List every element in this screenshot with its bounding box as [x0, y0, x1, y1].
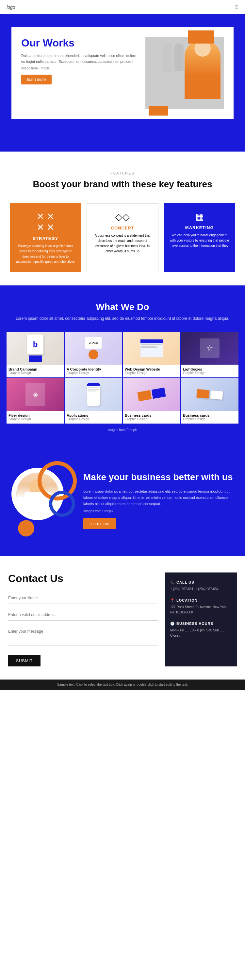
portfolio-credit: images from Freepik [6, 428, 239, 432]
call-us-label: 📞 CALL US [170, 580, 232, 585]
contact-title: Contact Us [8, 573, 158, 585]
better-title: Make your business better with us [83, 471, 237, 483]
portfolio-item-1[interactable]: b Brand Campaign Graphic Design [6, 332, 64, 377]
feature-card-concept: ◇◇ CONCEPT A business concept is a state… [87, 203, 159, 272]
better-image-credit: Images from Freepik [83, 509, 237, 513]
portfolio-name-2: A Corporate Identity [66, 367, 120, 371]
submit-button[interactable]: SUBMIT [8, 655, 41, 667]
strategy-icon: ✕ ✕✕ ✕ [15, 211, 76, 233]
portfolio-item-7[interactable]: Business cards Graphic Design [123, 378, 180, 423]
hero-image [145, 37, 224, 109]
marketing-icon: ▦ [169, 211, 230, 222]
better-description: Lorem ipsum dolor sit amet, consectetur … [83, 488, 237, 507]
hero-section: Our Works Duis aute irure dolor in repre… [0, 14, 245, 151]
clock-icon: 🕐 [170, 622, 176, 625]
orange-accent-top [188, 30, 214, 43]
what-we-do-title: What We Do [6, 302, 239, 312]
portfolio-thumb-2: BRAND [65, 332, 122, 364]
menu-icon[interactable]: ≡ [234, 3, 239, 11]
portfolio-item-8[interactable]: Business cards Graphic Design [181, 378, 239, 423]
message-input[interactable] [8, 626, 158, 646]
better-learn-more-button[interactable]: learn more [83, 518, 116, 529]
portfolio-name-6: Applications [66, 414, 120, 417]
portfolio-item-6[interactable]: Applications Graphic Design [65, 378, 122, 423]
hero-title: Our Works [21, 37, 139, 49]
concept-title: CONCEPT [92, 226, 153, 231]
portfolio-thumb-5: ◈ [6, 378, 64, 411]
features-cards: ✕ ✕✕ ✕ STRATEGY Strategic planning is an… [10, 203, 235, 272]
portfolio-cat-1: Graphic Design [8, 371, 62, 375]
footer-text: Sample text. Click to select the text bo… [57, 683, 188, 686]
portfolio-thumb-1: b [6, 332, 64, 364]
features-title: Boost your brand with these key features [10, 178, 235, 190]
location-label: 📍 LOCATION [170, 598, 232, 603]
concept-desc: A business concept is a statement that d… [92, 233, 153, 254]
hours-value: Mon – Fri …. 10 – 8 pm, Sat, Sun ….. Clo… [170, 628, 232, 638]
hero-image-wrap [145, 37, 224, 109]
hours-label: 🕐 BUSINESS HOURS [170, 622, 232, 626]
contact-form: Contact Us SUBMIT [8, 573, 158, 667]
contact-info-panel: 📞 CALL US 1 (234) 567-891, 1 (234) 987-6… [165, 573, 237, 667]
concept-icon: ◇◇ [92, 212, 153, 222]
portfolio-thumb-3 [123, 332, 180, 364]
marketing-desc: We can help you to boost engagement with… [169, 233, 230, 248]
portfolio-name-5: Flyer design [8, 414, 62, 417]
blue-ring [49, 491, 75, 517]
features-section: FEATURES Boost your brand with these key… [0, 151, 245, 285]
hero-text: Our Works Duis aute irure dolor in repre… [21, 37, 139, 84]
portfolio-cat-7: Graphic Design [125, 417, 179, 421]
portfolio-item-2[interactable]: BRAND A Corporate Identity Graphic Desig… [65, 332, 122, 377]
portfolio-cat-8: Graphic Design [183, 417, 237, 421]
call-us-section: 📞 CALL US 1 (234) 567-891, 1 (234) 987-6… [170, 580, 232, 592]
strategy-title: STRATEGY [15, 236, 76, 241]
header: logo ≡ [0, 0, 245, 14]
marketing-title: MARKETING [169, 225, 230, 230]
feature-card-marketing: ▦ MARKETING We can help you to boost eng… [164, 203, 235, 272]
portfolio-name-8: Business cards [183, 414, 237, 417]
portfolio-cat-3: Graphic Design [125, 371, 179, 375]
footer: Sample text. Click to select the text bo… [0, 679, 245, 690]
hero-image-credit: Image from Freepik [21, 67, 139, 70]
hours-section: 🕐 BUSINESS HOURS Mon – Fri …. 10 – 8 pm,… [170, 622, 232, 638]
phone-icon: 📞 [170, 580, 176, 584]
hero-card: Our Works Duis aute irure dolor in repre… [11, 27, 234, 119]
portfolio-cat-4: Graphic Design [183, 371, 237, 375]
hero-learn-more-button[interactable]: learn more [21, 75, 52, 84]
portfolio-grid: b Brand Campaign Graphic Design BRAND [6, 332, 239, 423]
portfolio-cat-2: Graphic Design [66, 371, 120, 375]
name-input[interactable] [8, 592, 158, 604]
what-we-do-desc: Lorem ipsum dolor sit amet, consectetur … [6, 315, 239, 322]
portfolio-item-3[interactable]: Web Design Website Graphic Design [123, 332, 180, 377]
location-section: 📍 LOCATION 127 Rock Street, 21 Avenue, N… [170, 598, 232, 615]
email-input[interactable] [8, 609, 158, 620]
portfolio-thumb-4: ☆ [181, 332, 239, 364]
better-left [8, 465, 74, 536]
portfolio-cat-6: Graphic Design [66, 417, 120, 421]
portfolio-name-4: Lightboxes [183, 367, 237, 371]
features-label: FEATURES [10, 171, 235, 175]
better-right: Make your business better with us Lorem … [83, 471, 237, 529]
portfolio-item-5[interactable]: ◈ Flyer design Graphic Design [6, 378, 64, 423]
orange-accent-bottom [149, 106, 168, 116]
location-value: 127 Rock Street, 21 Avenue, New York, NY… [170, 605, 232, 615]
portfolio-thumb-6 [65, 378, 122, 411]
portfolio-cat-5: Graphic Design [8, 417, 62, 421]
logo: logo [6, 5, 15, 10]
portfolio-name-3: Web Design Website [125, 367, 179, 371]
what-we-do-section: What We Do Lorem ipsum dolor sit amet, c… [0, 285, 245, 444]
portfolio-thumb-8 [181, 378, 239, 411]
better-inner: Make your business better with us Lorem … [8, 465, 237, 536]
better-section: Make your business better with us Lorem … [0, 445, 245, 556]
contact-inner: Contact Us SUBMIT 📞 CALL US 1 (234) 567-… [8, 573, 237, 667]
call-us-value: 1 (234) 567-891, 1 (234) 987-654 [170, 587, 232, 592]
contact-section: Contact Us SUBMIT 📞 CALL US 1 (234) 567-… [0, 556, 245, 679]
feature-card-strategy: ✕ ✕✕ ✕ STRATEGY Strategic planning is an… [10, 203, 81, 272]
hero-description: Duis aute irure dolor in reprehenderit i… [21, 53, 139, 64]
portfolio-name-7: Business cards [125, 414, 179, 417]
portfolio-item-4[interactable]: ☆ Lightboxes Graphic Design [181, 332, 239, 377]
portfolio-thumb-7 [123, 378, 180, 411]
small-orange-circle [18, 520, 34, 536]
portfolio-name-1: Brand Campaign [8, 367, 62, 371]
strategy-desc: Strategic planning is an organization's … [15, 243, 76, 264]
location-icon: 📍 [170, 598, 176, 602]
